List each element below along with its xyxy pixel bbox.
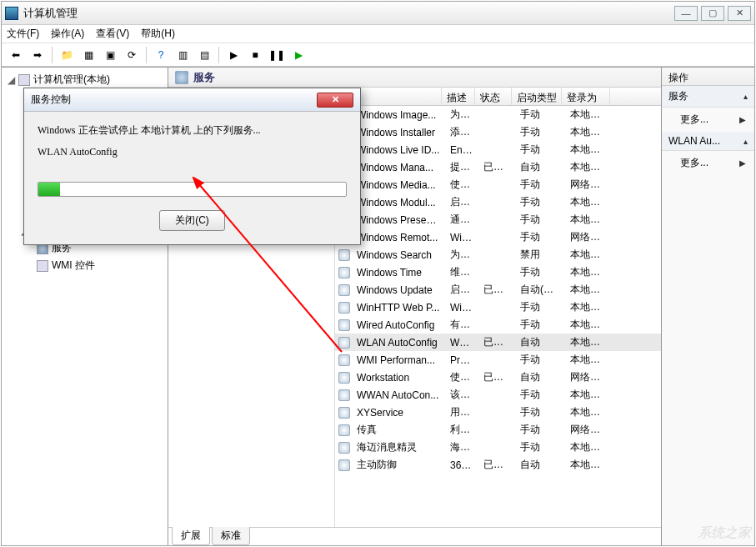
cell-desc: 为扫... <box>445 108 478 122</box>
maximize-button[interactable]: ▢ <box>701 6 724 21</box>
help-button[interactable]: ? <box>152 46 170 64</box>
actions-section-wlan[interactable]: WLAN Au...▴ <box>662 132 754 151</box>
tree-root[interactable]: ◢ 计算机管理(本地) <box>3 71 166 88</box>
menu-action[interactable]: 操作(A) <box>51 27 84 41</box>
cell-desc: 提供... <box>445 160 478 174</box>
service-row[interactable]: 海迈消息精灵海迈...手动本地系统 <box>335 439 661 456</box>
cell-name: Windows Installer <box>352 127 445 138</box>
menu-view[interactable]: 查看(V) <box>96 27 129 41</box>
actions-header: 操作 <box>662 68 754 86</box>
service-row[interactable]: Windows Presen...通过...手动本地服务 <box>335 211 661 228</box>
service-row[interactable]: Windows Mana...提供...已启动自动本地系统 <box>335 158 661 176</box>
menu-file[interactable]: 文件(F) <box>7 27 39 41</box>
service-icon <box>338 442 350 454</box>
restart-button[interactable]: ▶ <box>289 46 308 64</box>
play-button[interactable]: ▶ <box>224 46 243 64</box>
service-row[interactable]: Windows Modul...启用 ...手动本地系统 <box>335 193 661 211</box>
cell-name: WLAN AutoConfig <box>352 337 445 349</box>
service-row[interactable]: Windows Remot...Win...手动网络服务 <box>335 228 661 246</box>
forward-button[interactable]: ➡ <box>28 46 47 64</box>
cell-name: Windows Media... <box>352 179 445 191</box>
col-startup[interactable]: 启动类型 <box>512 88 562 105</box>
col-desc[interactable]: 描述 <box>442 88 475 105</box>
cell-logon: 本地系统 <box>565 458 613 472</box>
refresh-button[interactable]: ⟳ <box>123 46 141 64</box>
cell-name: Windows Mana... <box>352 162 445 173</box>
props-button[interactable]: ▦ <box>79 46 98 64</box>
computer-icon <box>18 74 30 86</box>
cell-logon: 本地服务 <box>565 265 613 279</box>
toolbar: ⬅ ➡ 📁 ▦ ▣ ⟳ ? ▥ ▤ ▶ ■ ❚❚ ▶ <box>2 43 754 67</box>
cell-logon: 网络服务 <box>565 423 613 437</box>
service-row[interactable]: WLAN AutoConfigWLA...已启动自动本地系统 <box>335 334 661 351</box>
col-logon[interactable]: 登录为 <box>562 88 610 105</box>
service-row[interactable]: 传真利用...手动网络服务 <box>335 421 661 439</box>
cell-desc: 启用... <box>445 283 478 297</box>
cell-logon: 本地系统 <box>565 248 613 262</box>
dialog-close-button-2[interactable]: 关闭(C) <box>159 210 225 231</box>
service-row[interactable]: Windows Image...为扫...手动本地服务 <box>335 106 661 123</box>
service-row[interactable]: Windows Installer添加...手动本地系统 <box>335 123 661 141</box>
cell-startup: 手动 <box>515 405 565 419</box>
service-row[interactable]: WMI Performan...Prov...手动本地系统 <box>335 351 661 369</box>
service-row[interactable]: Windows Media...使用...手动网络服务 <box>335 176 661 193</box>
cell-logon: 本地服务 <box>565 213 613 227</box>
service-list-pane: 名称 描述 状态 启动类型 登录为 Windows Image...为扫...手… <box>335 88 661 527</box>
menu-help[interactable]: 帮助(H) <box>141 27 175 41</box>
cell-startup: 自动 <box>515 370 565 384</box>
service-row[interactable]: WinHTTP Web P...Win...手动本地服务 <box>335 299 661 316</box>
cell-startup: 手动 <box>515 300 565 314</box>
tb-icon-2[interactable]: ▤ <box>195 46 213 64</box>
service-icon <box>338 302 350 314</box>
cell-startup: 手动 <box>515 265 565 279</box>
tab-extended[interactable]: 扩展 <box>172 527 210 545</box>
collapse-arrow-icon: ▴ <box>743 137 748 146</box>
service-icon <box>338 319 350 331</box>
watermark: 系统之家 <box>698 524 751 542</box>
cell-name: Windows Remot... <box>352 232 445 243</box>
service-row[interactable]: Windows Live ID...Ena...手动本地系统 <box>335 141 661 158</box>
export-button[interactable]: ▣ <box>101 46 119 64</box>
service-row[interactable]: Windows Search为文...禁用本地系统 <box>335 246 661 263</box>
service-row[interactable]: 主动防御360...已启动自动本地系统 <box>335 456 661 474</box>
cell-desc: 维护... <box>445 265 478 279</box>
main-window: 计算机管理 — ▢ ✕ 文件(F) 操作(A) 查看(V) 帮助(H) ⬅ ➡ … <box>1 1 755 546</box>
up-button[interactable]: 📁 <box>58 46 76 64</box>
cell-desc: Ena... <box>445 144 478 156</box>
tab-standard[interactable]: 标准 <box>212 527 250 545</box>
cell-logon: 本地系统 <box>565 195 613 209</box>
cell-logon: 网络服务 <box>565 230 613 244</box>
service-row[interactable]: XYService用于...手动本地系统 <box>335 404 661 421</box>
cell-startup: 手动 <box>515 423 565 437</box>
back-button[interactable]: ⬅ <box>7 46 25 64</box>
service-row[interactable]: Workstation使用 ...已启动自动网络服务 <box>335 369 661 386</box>
actions-more-1[interactable]: 更多...▶ <box>662 108 754 132</box>
cell-desc: Win... <box>445 302 478 314</box>
titlebar[interactable]: 计算机管理 — ▢ ✕ <box>2 2 754 25</box>
col-status[interactable]: 状态 <box>475 88 512 105</box>
cell-desc: WLA... <box>445 337 478 349</box>
dialog-titlebar[interactable]: 服务控制 ✕ <box>24 88 360 112</box>
window-title: 计算机管理 <box>23 6 674 21</box>
service-row[interactable]: Wired AutoConfig有线...手动本地系统 <box>335 316 661 334</box>
actions-section-services[interactable]: 服务▴ <box>662 86 754 108</box>
minimize-button[interactable]: — <box>674 6 698 21</box>
pause-button[interactable]: ❚❚ <box>268 46 286 64</box>
wmi-icon <box>37 260 48 272</box>
tree-wmi[interactable]: WMI 控件 <box>3 257 166 274</box>
dialog-close-button[interactable]: ✕ <box>317 93 353 108</box>
cell-startup: 手动 <box>515 440 565 454</box>
cell-desc: 利用... <box>445 423 478 437</box>
service-icon <box>338 267 350 279</box>
close-button[interactable]: ✕ <box>728 6 751 21</box>
actions-more-2[interactable]: 更多...▶ <box>662 151 754 175</box>
stop-button[interactable]: ■ <box>246 46 264 64</box>
service-row[interactable]: Windows Update启用...已启动自动(延迟...本地系统 <box>335 281 661 299</box>
service-row[interactable]: WWAN AutoCon...该服...手动本地服务 <box>335 386 661 404</box>
chevron-right-icon: ▶ <box>739 115 746 124</box>
service-row[interactable]: Windows Time维护...手动本地服务 <box>335 263 661 281</box>
service-rows[interactable]: Windows Image...为扫...手动本地服务Windows Insta… <box>335 106 661 527</box>
cell-desc: 该服... <box>445 388 478 402</box>
tb-icon-1[interactable]: ▥ <box>173 46 192 64</box>
cell-desc: 添加... <box>445 125 478 139</box>
